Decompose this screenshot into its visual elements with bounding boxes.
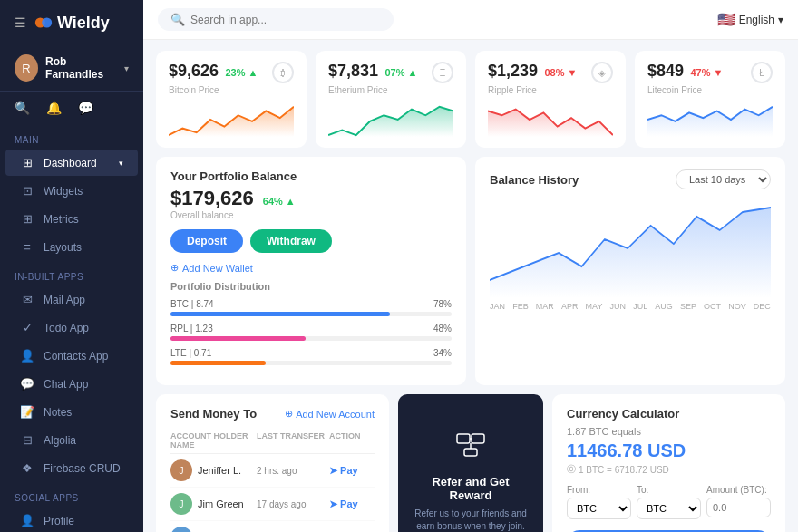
sidebar-item-label: Mail App [44,294,85,306]
logo-icon [34,13,54,33]
account-info: J Jeniffer L. [170,459,257,481]
calc-rate: ⓪ 1 BTC = 6718.72 USD [567,463,771,476]
refer-desc: Refer us to your friends and earn bonus … [411,508,530,533]
sidebar-item-mail[interactable]: ✉ Mail App [5,286,138,313]
sidebar-item-label: Todo App [44,322,89,334]
account-name: Jim Green [198,498,244,509]
sidebar-item-firebase[interactable]: ❖ Firebase CRUD [5,455,138,481]
chevron-icon: ▾ [119,159,123,168]
sidebar-item-profile[interactable]: 👤 Profile [5,508,138,532]
ripple-price-card: $1,239 08% ▼ ◈ Ripple Price [475,51,626,148]
currency-calculator-card: Currency Calculator 1.87 BTC equals 1146… [552,394,785,532]
search-input[interactable] [190,14,381,26]
portfolio-label: Overall balance [170,210,452,220]
table-row: J Jeniffer L. 2 hrs. ago ➤ Pay [170,454,375,488]
pay-button[interactable]: ➤ Pay [329,465,375,477]
dashboard-icon: ⊞ [20,156,34,169]
litecoin-price-card: $849 47% ▼ Ł Litecoin Price [635,51,785,148]
sidebar-item-contacts[interactable]: 👤 Contacts App [5,343,138,369]
ethereum-pct: 07% ▲ [384,67,417,78]
bell-icon[interactable]: 🔔 [46,101,62,115]
avatar: J [170,493,192,515]
sidebar-item-notes[interactable]: 📝 Notes [5,399,138,425]
ethereum-chart [328,102,453,137]
from-select[interactable]: BTC ETH RPL LTC [567,498,631,519]
ethereum-label: Etherium Price [328,85,453,95]
search-box[interactable]: 🔍 [158,8,394,31]
sidebar-item-label: Layouts [44,241,82,254]
search-icon[interactable]: 🔍 [15,101,30,115]
svg-rect-8 [472,434,484,443]
chat-icon[interactable]: 💬 [78,101,93,115]
add-wallet-link[interactable]: ⊕ Add New Wallet [170,262,452,274]
avatar: J [170,459,192,481]
sidebar-item-dashboard[interactable]: ⊞ Dashboard ▾ [5,150,138,176]
flag-icon: 🇺🇸 [717,11,735,28]
svg-rect-11 [464,449,477,456]
send-money-title: Send Money To [170,407,257,421]
main-content: 🔍 🇺🇸 English ▾ $9,626 23% ▲ ₿ Bitcoin Pr… [143,0,798,532]
sidebar-item-label: Dashboard [44,157,97,169]
balance-history-months: JAN FEB MAR APR MAY JUN JUL AUG SEP OCT … [490,302,771,311]
ripple-price: $1,239 [488,62,538,80]
sidebar-item-label: Algolia [44,434,76,447]
send-money-header: Send Money To ⊕ Add New Account [170,407,375,421]
litecoin-pct: 47% ▼ [690,67,723,78]
amount-input[interactable] [706,498,771,517]
ethereum-price: $7,831 [328,62,378,80]
sidebar-user[interactable]: R Rob Farnandles ▾ [0,45,143,92]
calc-equal-label: 1.87 BTC equals [567,426,771,437]
layouts-icon: ≡ [20,240,34,254]
bitcoin-pct: 23% ▲ [225,67,258,78]
sidebar-item-label: Metrics [44,213,79,226]
pay-button[interactable]: ➤ Pay [329,498,375,510]
period-select[interactable]: Last 10 days Last 30 days Last 90 days [676,169,771,189]
sidebar-item-widgets[interactable]: ⊡ Widgets [5,178,138,204]
avatar: R [15,54,38,82]
portfolio-distribution: Portfolio Distribution BTC | 8.74 78% RP… [170,281,452,372]
ripple-pct: 08% ▼ [544,67,577,78]
balance-history-chart [490,198,771,298]
sidebar-item-todo[interactable]: ✓ Todo App [5,314,138,341]
hamburger-icon[interactable]: ☰ [15,15,26,30]
sidebar-item-metrics[interactable]: ⊞ Metrics [5,206,138,232]
account-info: J Jim Green [170,493,257,515]
search-icon: 🔍 [170,13,185,26]
bitcoin-icon: ₿ [272,62,294,83]
sidebar-item-label: Widgets [44,185,83,198]
sidebar-item-layouts[interactable]: ≡ Layouts [5,234,138,260]
bottom-row: Send Money To ⊕ Add New Account ACCOUNT … [156,394,785,532]
deposit-button[interactable]: Deposit [170,229,243,253]
language-selector[interactable]: 🇺🇸 English ▾ [717,11,783,28]
refer-card: Refer and Get Reward Refer us to your fr… [398,394,543,532]
table-row: J Jim Green 17 days ago ➤ Pay [170,488,375,521]
to-select[interactable]: BTC ETH RPL LTC [637,498,701,519]
sidebar-item-label: Firebase CRUD [44,462,121,475]
add-account-link[interactable]: ⊕ Add New Account [285,408,375,420]
sidebar-header: ☰ Wieldy [0,0,143,45]
withdraw-button[interactable]: Withdraw [250,229,332,253]
last-transfer: 17 days ago [257,499,329,509]
ethereum-price-card: $7,831 07% ▲ Ξ Etherium Price [316,51,466,148]
dist-title: Portfolio Distribution [170,281,452,292]
calc-fields: From: BTC ETH RPL LTC To: BTC ETH [567,485,771,519]
dashboard-content: $9,626 23% ▲ ₿ Bitcoin Price [143,40,798,532]
sidebar-item-chat[interactable]: 💬 Chat App [5,371,138,397]
refer-title: Refer and Get Reward [411,475,530,502]
dist-item-btc: BTC | 8.74 78% [170,299,452,316]
svg-point-1 [42,18,52,28]
sidebar-item-algolia[interactable]: ⊟ Algolia [5,427,138,453]
section-social-label: Social Apps [0,482,143,507]
plus-icon: ⊕ [170,262,179,274]
litecoin-label: Litecoin Price [647,85,773,95]
portfolio-card: Your Portfolio Balance $179,626 64% ▲ Ov… [156,157,466,385]
balance-history-header: Balance History Last 10 days Last 30 day… [490,169,771,189]
svg-marker-6 [490,208,771,298]
send-money-card: Send Money To ⊕ Add New Account ACCOUNT … [156,394,389,532]
language-label: English [739,14,774,26]
send-table-header: ACCOUNT HOLDER NAME LAST TRANSFER ACTION [170,428,375,454]
dist-item-lte: LTE | 0.71 34% [170,348,452,365]
middle-row: Your Portfolio Balance $179,626 64% ▲ Ov… [156,157,785,385]
svg-marker-5 [647,107,773,137]
table-row: J Joe Black 1 month ago ➤ Pay [170,521,375,532]
